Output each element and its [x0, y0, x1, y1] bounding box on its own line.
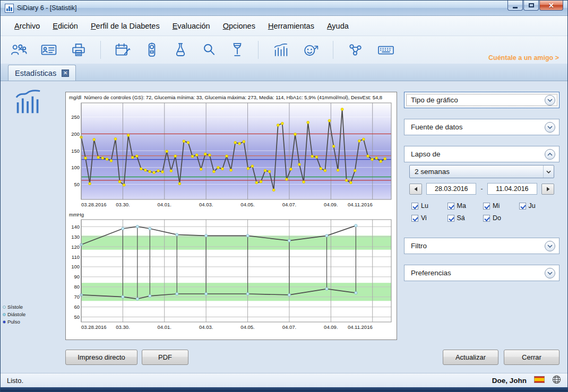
checkbox-checked-icon — [483, 215, 490, 222]
glucose-stats-header: mg/dl Número de controles (GS): 72, Gluc… — [67, 93, 395, 101]
tab-bar: Estadísticas ✕ — [1, 64, 567, 81]
smiley-icon[interactable] — [303, 42, 319, 57]
section-data-source[interactable]: Fuente de datos — [404, 119, 560, 135]
title-bar[interactable]: SiDiary 6 - [Statistik] ✕ — [1, 1, 567, 16]
checkbox-ma[interactable]: Ma — [447, 202, 484, 210]
settings-panel: Tipo de gráfico Fuente de datos Lapso de… — [404, 81, 560, 373]
svg-text:140: 140 — [71, 224, 80, 230]
keyboard-icon[interactable] — [377, 42, 395, 57]
tab-estadisticas[interactable]: Estadísticas ✕ — [8, 65, 76, 81]
menu-herramientas[interactable]: Herramientas — [263, 19, 320, 33]
svg-text:04.05.: 04.05. — [240, 202, 254, 207]
svg-text:04.03.: 04.03. — [199, 202, 213, 207]
svg-text:04.05.: 04.05. — [240, 324, 254, 330]
charts-container: mg/dl Número de controles (GS): 72, Gluc… — [65, 92, 397, 340]
section-data-source-title: Fuente de datos — [411, 123, 463, 131]
chevron-up-icon[interactable] — [545, 149, 555, 160]
date-to-input[interactable] — [487, 183, 537, 195]
menu-evaluacion[interactable]: Evaluación — [167, 19, 216, 33]
search-icon[interactable] — [202, 42, 217, 57]
pdf-button[interactable]: PDF — [142, 350, 188, 365]
bp-unit-label: mmHg — [67, 211, 395, 217]
checkbox-checked-icon — [411, 203, 418, 210]
checkbox-ju[interactable]: Ju — [519, 202, 555, 210]
section-timespan-title: Lapso de — [411, 150, 441, 158]
svg-text:04.07.: 04.07. — [282, 202, 296, 207]
direct-print-button[interactable]: Impreso directo — [65, 350, 137, 365]
status-message: Listo. — [7, 377, 23, 385]
menu-edicion[interactable]: Edición — [47, 19, 83, 33]
menu-bar: Archivo Edición Perfil de la Diabetes Ev… — [1, 16, 567, 36]
minimize-button[interactable] — [507, 1, 523, 11]
svg-text:110: 110 — [72, 254, 80, 259]
tab-close-icon[interactable]: ✕ — [62, 69, 69, 77]
chevron-down-icon[interactable] — [545, 268, 555, 278]
checkbox-vi[interactable]: Vi — [411, 214, 447, 222]
section-preferences-title: Preferencias — [411, 269, 451, 277]
menu-ayuda[interactable]: Ayuda — [322, 19, 354, 33]
tell-a-friend-link[interactable]: Cuéntale a un amigo > — [488, 54, 559, 62]
close-icon: ✕ — [548, 2, 554, 9]
close-window-button[interactable]: Cerrar — [504, 350, 560, 365]
chevron-down-icon[interactable] — [545, 122, 555, 133]
spain-flag-icon[interactable] — [534, 376, 545, 385]
bp-legend: Sístole Diástole Pulso — [3, 304, 25, 326]
checkbox-mi[interactable]: Mi — [483, 202, 519, 210]
systole-legend-label: Sístole — [7, 304, 23, 310]
svg-text:50: 50 — [74, 314, 80, 320]
chevron-down-icon[interactable] — [545, 241, 555, 251]
date-from-input[interactable] — [426, 183, 476, 195]
svg-text:100: 100 — [71, 264, 80, 269]
toolbar-separator — [100, 41, 101, 59]
flask-icon[interactable] — [173, 42, 188, 58]
section-chart-type-title: Tipo de gráfico — [411, 96, 458, 104]
svg-text:04.01.: 04.01. — [158, 202, 171, 207]
next-period-button[interactable] — [541, 184, 554, 195]
glucometer-icon[interactable] — [144, 42, 159, 57]
printer-icon[interactable] — [71, 42, 87, 57]
checkbox-sa[interactable]: Sá — [447, 214, 484, 222]
globe-icon[interactable] — [552, 375, 561, 386]
pulse-legend-dot — [3, 320, 6, 324]
svg-text:50: 50 — [74, 181, 80, 187]
chevron-down-icon[interactable] — [545, 95, 555, 106]
systole-legend-dot — [3, 306, 6, 309]
checkbox-checked-icon — [483, 203, 490, 210]
section-chart-type[interactable]: Tipo de gráfico — [404, 92, 560, 108]
menu-opciones[interactable]: Opciones — [218, 19, 261, 33]
minimize-icon — [513, 7, 518, 8]
section-preferences[interactable]: Preferencias — [404, 265, 560, 281]
svg-text:80: 80 — [74, 284, 80, 290]
svg-text:03.28.2016: 03.28.2016 — [81, 324, 107, 330]
checkbox-lu[interactable]: Lu — [411, 202, 447, 210]
maximize-button[interactable] — [523, 1, 539, 11]
section-filter[interactable]: Filtro — [404, 238, 560, 254]
group-icon[interactable] — [10, 42, 27, 57]
svg-text:60: 60 — [74, 304, 80, 310]
svg-text:130: 130 — [71, 234, 80, 240]
timespan-select[interactable]: 2 semanas — [409, 165, 554, 178]
glass-icon[interactable] — [230, 42, 244, 58]
calendar-pen-icon[interactable] — [115, 42, 131, 57]
menu-archivo[interactable]: Archivo — [9, 19, 45, 33]
svg-text:90: 90 — [74, 274, 80, 280]
contact-card-icon[interactable] — [41, 42, 57, 57]
section-timespan[interactable]: Lapso de — [404, 146, 560, 162]
svg-text:03.28.2016: 03.28.2016 — [81, 202, 107, 207]
network-icon[interactable] — [347, 42, 363, 57]
date-range-separator: - — [481, 185, 483, 193]
svg-text:04.09.: 04.09. — [324, 324, 338, 330]
timespan-selected-value: 2 semanas — [415, 168, 450, 176]
checkbox-checked-icon — [411, 215, 418, 222]
tab-label: Estadísticas — [15, 69, 56, 77]
update-button[interactable]: Actualizar — [443, 350, 498, 365]
checkbox-do[interactable]: Do — [483, 214, 519, 222]
legend-item-pulse: Pulso — [3, 319, 25, 325]
previous-period-button[interactable] — [409, 184, 422, 195]
menu-perfil-diabetes[interactable]: Perfil de la Diabetes — [85, 19, 165, 33]
svg-text:04.01.: 04.01. — [158, 324, 171, 330]
svg-text:04.09.: 04.09. — [324, 202, 338, 207]
statistics-icon[interactable] — [272, 42, 289, 57]
close-button[interactable]: ✕ — [539, 1, 563, 11]
svg-text:100: 100 — [71, 164, 80, 170]
